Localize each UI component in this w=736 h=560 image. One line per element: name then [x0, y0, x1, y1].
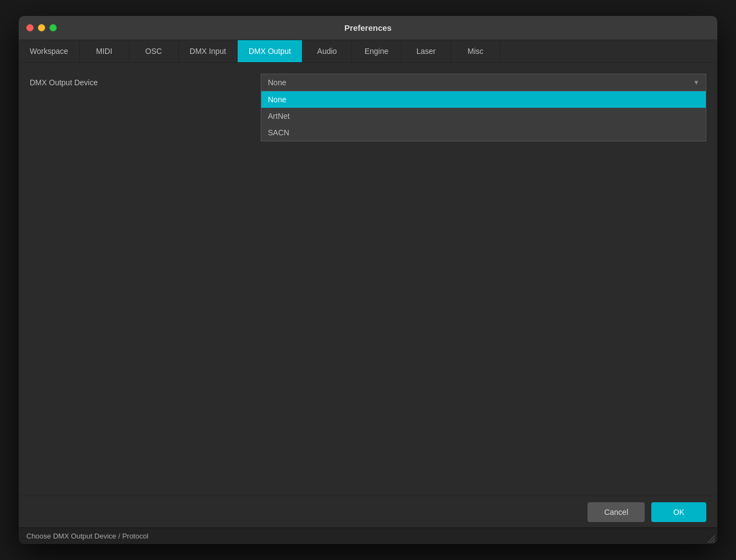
tab-engine[interactable]: Engine	[352, 40, 402, 62]
tab-laser[interactable]: Laser	[402, 40, 451, 62]
status-text: Choose DMX Output Device / Protocol	[26, 532, 149, 540]
window-controls	[26, 24, 57, 31]
status-bar: Choose DMX Output Device / Protocol	[19, 528, 717, 544]
dropdown-selected-value: None	[268, 78, 286, 87]
tab-misc[interactable]: Misc	[451, 40, 501, 62]
tab-bar: Workspace MIDI OSC DMX Input DMX Output …	[19, 40, 717, 63]
title-bar: Preferences	[19, 16, 717, 40]
close-button[interactable]	[26, 24, 34, 31]
minimize-button[interactable]	[38, 24, 45, 31]
svg-line-1	[710, 538, 715, 543]
cancel-button[interactable]: Cancel	[587, 502, 645, 522]
dropdown-option-artnet[interactable]: ArtNet	[261, 108, 706, 124]
tab-midi[interactable]: MIDI	[80, 40, 129, 62]
tab-audio[interactable]: Audio	[303, 40, 352, 62]
field-label-dmx-output-device: DMX Output Device	[30, 74, 261, 87]
svg-line-2	[713, 541, 715, 543]
dropdown-arrow-icon: ▼	[693, 79, 700, 86]
dropdown-option-sacn[interactable]: SACN	[261, 124, 706, 141]
tab-workspace[interactable]: Workspace	[19, 40, 80, 62]
tab-osc[interactable]: OSC	[129, 40, 179, 62]
ok-button[interactable]: OK	[651, 502, 706, 522]
tab-dmx-output[interactable]: DMX Output	[238, 40, 303, 62]
content-area: DMX Output Device None ▼ None ArtNet SAC…	[19, 63, 717, 496]
bottom-bar: Cancel OK	[19, 496, 717, 528]
maximize-button[interactable]	[50, 24, 57, 31]
dropdown-list: None ArtNet SACN	[261, 91, 706, 141]
dmx-output-device-row: DMX Output Device None ▼ None ArtNet SAC…	[30, 74, 706, 91]
dropdown-container: None ▼ None ArtNet SACN	[261, 74, 706, 91]
preferences-window: Preferences Workspace MIDI OSC DMX Input…	[19, 16, 717, 544]
window-title: Preferences	[344, 23, 392, 32]
resize-handle[interactable]	[707, 535, 715, 543]
dropdown-selected[interactable]: None ▼	[261, 74, 706, 91]
tab-dmx-input[interactable]: DMX Input	[179, 40, 238, 62]
dropdown-option-none[interactable]: None	[261, 91, 706, 108]
